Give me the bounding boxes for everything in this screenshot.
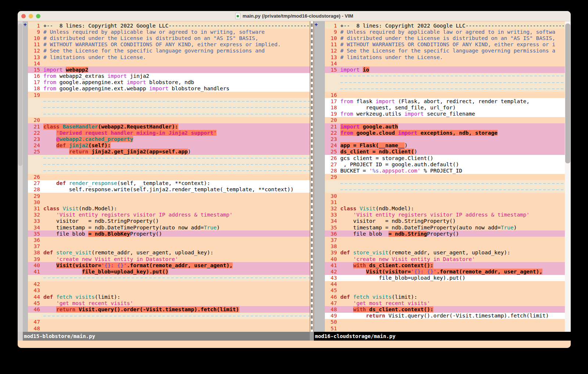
code-line[interactable]: 48 with ds_client.context(): [325, 306, 565, 312]
code-line[interactable]: 15import webapp2 [28, 66, 310, 73]
code-line[interactable]: 41 file_blob=upload_key).put() [28, 268, 310, 275]
code-line[interactable]: 37 [28, 243, 310, 250]
code-line[interactable]: 41 with ds_client.context(): [325, 262, 565, 268]
code-line[interactable]: 15import io [325, 66, 565, 73]
code-line[interactable]: 33 'Visit entity registers visitor IP ad… [325, 212, 565, 218]
code-line[interactable]: 23 [325, 136, 565, 142]
code-line[interactable]: 40 'create new Visit entity in Datastore… [325, 256, 565, 262]
line-text [340, 325, 565, 331]
code-line[interactable]: 14 [28, 60, 310, 66]
code-line[interactable]: 28 self.response.write(self.jinja2.rende… [28, 186, 310, 193]
code-line[interactable]: 32class Visit(ndb.Model): [325, 205, 565, 211]
code-line[interactable]: 24 def jinja2(self): [28, 142, 310, 149]
code-line[interactable]: 30 [325, 193, 565, 199]
code-line[interactable]: 38 [325, 243, 565, 250]
code-line[interactable]: 28BUCKET = '%s.appspot.com' % PROJECT_ID [325, 167, 565, 174]
code-line[interactable]: 16from webapp2_extras import jinja2 [28, 73, 310, 79]
minimize-button[interactable] [29, 14, 33, 18]
code-line[interactable]: 11# WITHOUT WARRANTIES OR CONDITIONS OF … [28, 41, 310, 48]
code-line[interactable]: 42 Visit(visitor='{}: {}'.format(remote_… [325, 268, 565, 275]
scrollbar-right-thumb[interactable] [565, 23, 570, 163]
close-button[interactable] [21, 14, 26, 18]
code-line[interactable]: 31class Visit(ndb.Model): [28, 205, 310, 211]
scrollbar-right[interactable] [565, 21, 571, 332]
code-line[interactable]: 29 [325, 174, 565, 180]
code-line[interactable]: 21import google.auth [325, 123, 565, 130]
fold-marker-icon[interactable]: + [314, 21, 325, 28]
code-line[interactable]: 9# Unless required by applicable law or … [325, 29, 565, 35]
code-line[interactable]: 45 'get most recent visits' [28, 300, 310, 306]
code-line[interactable]: 17from google.appengine.ext import blobs… [28, 79, 310, 86]
code-line[interactable]: 26 [28, 174, 310, 180]
fold-marker-icon[interactable]: + [23, 21, 28, 28]
code-line[interactable]: 23 @webapp2.cached_property [28, 136, 310, 142]
code-line[interactable]: 26gcs_client = storage.Client() [325, 155, 565, 161]
scrollbar-left-thumb[interactable] [18, 23, 22, 166]
code-line[interactable]: 49 return Visit.query().order(-Visit.tim… [325, 313, 565, 319]
code-pane-right[interactable]: 1+-- 8 lines: Copyright 2022 Google LLC-… [325, 22, 565, 331]
titlebar[interactable]: main.py (/private/tmp/mod16-cloudstorage… [18, 11, 571, 21]
code-line[interactable]: 18from google.appengine.ext.webapp impor… [28, 86, 310, 92]
code-line[interactable]: 33 visitor = ndb.StringProperty() [28, 218, 310, 224]
code-line[interactable]: 27_, PROJECT_ID = google.auth.default() [325, 161, 565, 167]
code-line[interactable]: 11# WITHOUT WARRANTIES OR CONDITIONS OF … [325, 41, 565, 48]
code-line[interactable]: 30 [28, 199, 310, 205]
code-line[interactable]: 25 return jinja2.get_jinja2(app=self.app… [28, 149, 310, 155]
code-line[interactable]: 20 [325, 117, 565, 123]
code-line[interactable]: 36 file_blob = ndb.StringProperty() [325, 230, 565, 237]
code-line[interactable]: 51 [325, 325, 565, 331]
scrollbar-left[interactable] [18, 21, 23, 332]
code-line[interactable]: 19from werkzeug.utils import secure_file… [325, 111, 565, 117]
code-line[interactable]: 32 'Visit entity registers visitor IP ad… [28, 212, 310, 218]
code-line[interactable]: 22from google.cloud import exceptions, n… [325, 130, 565, 136]
code-line[interactable]: 46def fetch_visits(limit): [325, 294, 565, 300]
window-separator[interactable] [310, 21, 314, 332]
code-line[interactable]: 50 [325, 319, 565, 325]
code-line[interactable]: 44 [325, 281, 565, 287]
code-line[interactable]: 19 [28, 92, 310, 98]
code-line[interactable]: 44def fetch_visits(limit): [28, 294, 310, 300]
code-line[interactable]: 20 [28, 117, 310, 123]
code-line[interactable]: 47 'get most recent visits' [325, 300, 565, 306]
code-line[interactable]: 10# distributed under the License is dis… [325, 35, 565, 41]
zoom-button[interactable] [36, 14, 40, 18]
code-line[interactable]: 46 return Visit.query().order(-Visit.tim… [28, 306, 310, 312]
code-line[interactable]: 10# distributed under the License is dis… [28, 35, 310, 41]
code-line[interactable]: 48 [28, 325, 310, 331]
code-line[interactable]: 17from flask import (Flask, abort, redir… [325, 98, 565, 104]
code-line[interactable]: 24app = Flask(__name__) [325, 142, 565, 149]
folded-line[interactable]: 1+-- 8 lines: Copyright 2022 Google LLC-… [325, 22, 565, 29]
code-line[interactable]: 39def store_visit(remote_addr, user_agen… [325, 250, 565, 256]
code-line[interactable]: 45 [325, 287, 565, 294]
code-line[interactable]: 35 timestamp = ndb.DateTimeProperty(auto… [325, 224, 565, 230]
code-line[interactable]: 43 file_blob=upload_key).put() [325, 275, 565, 281]
code-line[interactable]: 16 [325, 92, 565, 98]
code-line[interactable]: 37 [325, 237, 565, 243]
code-line[interactable]: 39 'create new Visit entity in Datastore… [28, 256, 310, 262]
code-line[interactable]: 31 [325, 199, 565, 205]
code-line[interactable]: 18 request, send_file, url_for) [325, 104, 565, 110]
code-line[interactable]: 21class BaseHandler(webapp2.RequestHandl… [28, 123, 310, 130]
code-line[interactable]: 42 [28, 281, 310, 287]
code-line[interactable]: 27 def render_response(self, _template, … [28, 180, 310, 186]
code-line[interactable]: 22 'Derived request handler mixing-in Ji… [28, 130, 310, 136]
code-line[interactable]: 34 timestamp = ndb.DateTimeProperty(auto… [28, 224, 310, 230]
code-line[interactable]: 25ds_client = ndb.Client() [325, 149, 565, 155]
folded-line[interactable]: 1+-- 8 lines: Copyright 2022 Google LLC-… [28, 22, 310, 29]
code-line[interactable]: 14 [325, 60, 565, 66]
code-line[interactable]: 13# limitations under the License. [325, 54, 565, 60]
code-line[interactable]: 12# See the License for the specific lan… [28, 48, 310, 54]
code-line[interactable]: 29 [28, 193, 310, 199]
code-line[interactable]: 47 [28, 319, 310, 325]
code-line[interactable]: 12# See the License for the specific lan… [325, 48, 565, 54]
code-pane-left[interactable]: 1+-- 8 lines: Copyright 2022 Google LLC-… [28, 22, 310, 331]
command-line[interactable] [18, 341, 571, 348]
code-line[interactable]: 35 file_blob = ndb.BlobKeyProperty() [28, 230, 310, 237]
code-line[interactable]: 13# limitations under the License. [28, 54, 310, 60]
code-line[interactable]: 36 [28, 237, 310, 243]
code-line[interactable]: 40 Visit(visitor='{}: {}'.format(remote_… [28, 262, 310, 268]
code-line[interactable]: 9# Unless required by applicable law or … [28, 29, 310, 35]
code-line[interactable]: 43 [28, 287, 310, 294]
code-line[interactable]: 38def store_visit(remote_addr, user_agen… [28, 250, 310, 256]
code-line[interactable]: 34 visitor = ndb.StringProperty() [325, 218, 565, 224]
